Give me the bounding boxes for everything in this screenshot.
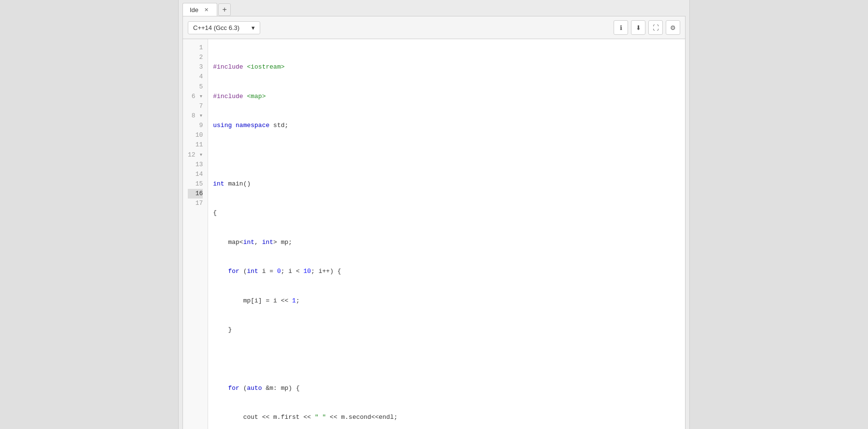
code-line-10: } [213, 325, 680, 335]
right-panel [689, 0, 868, 429]
line-num-1: 1 [188, 43, 203, 53]
code-line-11 [213, 355, 680, 364]
ide-container: C++14 (Gcc 6.3) ▾ ℹ ⬇ ⛶ ⚙ [182, 16, 686, 429]
line-num-13: 13 [188, 160, 203, 170]
code-line-9: mp[i] = i << 1; [213, 296, 680, 306]
line-num-3: 3 [188, 62, 203, 72]
line-numbers: 1 2 3 4 5 6 ▾ 7 8 ▾ 9 10 11 12 ▾ 13 14 1… [183, 39, 208, 429]
chevron-down-icon: ▾ [252, 24, 255, 31]
line-num-11: 11 [188, 140, 203, 150]
line-num-4: 4 [188, 72, 203, 82]
line-num-7: 7 [188, 101, 203, 111]
line-num-8: 8 ▾ [188, 111, 203, 121]
tab-close-button[interactable]: ✕ [202, 6, 210, 14]
code-line-1: #include <iostream> [213, 62, 680, 72]
line-num-9: 9 [188, 121, 203, 130]
code-line-8: for (int i = 0; i < 10; i++) { [213, 267, 680, 276]
download-button[interactable]: ⬇ [631, 20, 645, 35]
language-label: C++14 (Gcc 6.3) [193, 24, 239, 31]
tab-label: Ide [190, 6, 198, 14]
line-num-10: 10 [188, 130, 203, 140]
line-num-16: 16 [188, 189, 203, 199]
code-line-2: #include <map> [213, 92, 680, 101]
left-panel [0, 0, 179, 429]
code-line-12: for (auto &m: mp) { [213, 384, 680, 393]
line-num-2: 2 [188, 53, 203, 62]
ide-toolbar-icons: ℹ ⬇ ⛶ ⚙ [614, 20, 680, 35]
code-editor[interactable]: 1 2 3 4 5 6 ▾ 7 8 ▾ 9 10 11 12 ▾ 13 14 1… [183, 39, 685, 429]
line-num-17: 17 [188, 199, 203, 208]
expand-icon: ⛶ [653, 24, 659, 31]
code-line-5: int main() [213, 179, 680, 189]
tab-bar: Ide ✕ + [179, 0, 689, 16]
main-content: Ide ✕ + C++14 (Gcc 6.3) ▾ ℹ ⬇ [179, 0, 689, 429]
line-num-12: 12 ▾ [188, 150, 203, 160]
code-line-3: using namespace std; [213, 121, 680, 130]
expand-button[interactable]: ⛶ [648, 20, 663, 35]
code-line-13: cout << m.first << " " << m.second<<endl… [213, 413, 680, 422]
info-button[interactable]: ℹ [614, 20, 628, 35]
language-select[interactable]: C++14 (Gcc 6.3) ▾ [188, 21, 260, 34]
line-num-14: 14 [188, 170, 203, 179]
code-line-6: { [213, 208, 680, 218]
line-num-15: 15 [188, 179, 203, 189]
tab-add-button[interactable]: + [218, 3, 231, 16]
line-num-6: 6 ▾ [188, 92, 203, 101]
ide-toolbar: C++14 (Gcc 6.3) ▾ ℹ ⬇ ⛶ ⚙ [183, 16, 685, 39]
info-icon: ℹ [620, 24, 622, 31]
download-icon: ⬇ [636, 24, 641, 31]
line-num-5: 5 [188, 82, 203, 92]
code-line-4 [213, 150, 680, 160]
code-line-7: map<int, int> mp; [213, 238, 680, 247]
settings-button[interactable]: ⚙ [666, 20, 680, 35]
tab-ide[interactable]: Ide ✕ [182, 3, 217, 16]
settings-icon: ⚙ [670, 24, 676, 31]
code-content[interactable]: #include <iostream> #include <map> using… [208, 39, 685, 429]
